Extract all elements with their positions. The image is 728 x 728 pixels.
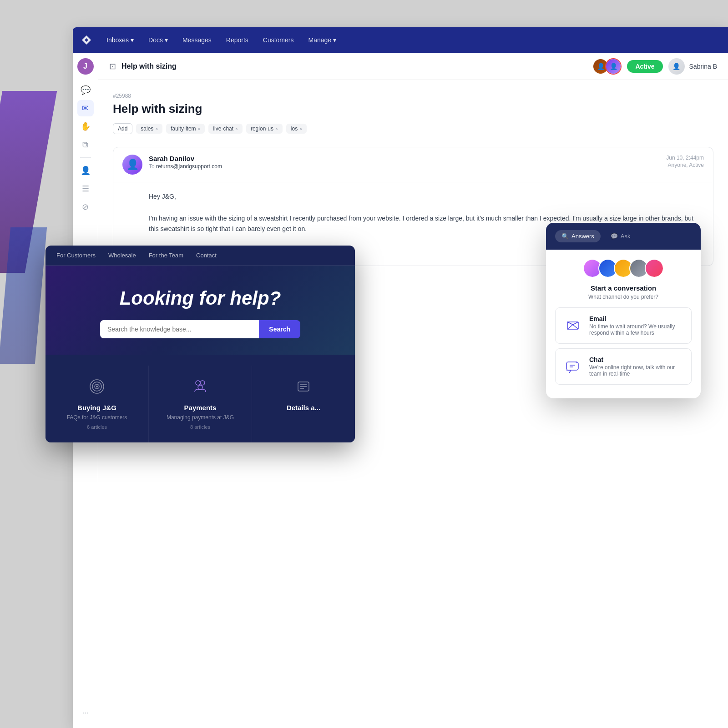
- svg-point-4: [196, 381, 200, 385]
- assigned-avatars: 👤 👤: [592, 58, 622, 75]
- message-header: 👤 Sarah Danilov To returns@jandgsupport.…: [113, 147, 713, 182]
- hc-title: Looking for help?: [56, 287, 344, 309]
- sidebar-item-person[interactable]: 👤: [77, 162, 94, 179]
- chat-start-title: Start a conversation: [555, 284, 692, 292]
- tag-faulty-item: faulty-item ×: [166, 124, 205, 134]
- chat-option-chat-name: Chat: [589, 356, 684, 363]
- svg-point-6: [198, 385, 202, 390]
- team-avatar-5: [645, 259, 664, 278]
- chat-option-email-name: Email: [589, 315, 684, 322]
- sidebar-toggle-icon[interactable]: ⊡: [109, 61, 116, 71]
- hc-hero-bg: [46, 266, 355, 355]
- current-user-avatar: 👤: [668, 58, 685, 75]
- add-tag-button[interactable]: Add: [113, 123, 132, 134]
- tags-row: Add sales × faulty-item × live-chat × r: [113, 123, 713, 134]
- sender-to: To returns@jandgsupport.com: [149, 163, 660, 170]
- conversation-subject: Help with sizing: [113, 102, 713, 116]
- conversation-title: Help with sizing: [121, 62, 592, 70]
- tag-sales: sales ×: [136, 124, 162, 134]
- avatar-2: 👤: [605, 58, 622, 75]
- svg-point-5: [200, 381, 205, 385]
- user-avatar[interactable]: J: [77, 58, 94, 75]
- chat-option-chat[interactable]: + Chat We're online right now, talk with…: [555, 348, 692, 385]
- help-center-overlay: For Customers Wholesale For the Team Con…: [46, 246, 355, 442]
- chat-icon: +: [563, 356, 583, 377]
- chat-option-chat-desc: We're online right now, talk with our te…: [589, 364, 684, 377]
- hc-search-button[interactable]: Search: [259, 320, 300, 338]
- hc-nav-wholesale[interactable]: Wholesale: [108, 252, 136, 259]
- hc-nav: For Customers Wholesale For the Team Con…: [46, 246, 355, 266]
- nav-inboxes[interactable]: Inboxes ▾: [100, 34, 140, 46]
- chat-option-email-info: Email No time to wait around? We usually…: [589, 315, 684, 336]
- svg-text:+: +: [576, 361, 578, 365]
- hc-nav-contact[interactable]: Contact: [196, 252, 217, 259]
- hc-cat-buying-articles: 6 articles: [55, 424, 139, 430]
- sidebar-item-copy[interactable]: ⧉: [77, 136, 94, 153]
- sidebar-more[interactable]: ···: [82, 709, 88, 723]
- hc-nav-customers[interactable]: For Customers: [56, 252, 96, 259]
- chat-widget-header: 🔍 Answers 💬 Ask: [546, 223, 701, 250]
- payments-icon: [158, 378, 243, 398]
- hc-search-input[interactable]: [100, 320, 259, 338]
- top-nav: Inboxes ▾ Docs ▾ Messages Reports Custom…: [73, 27, 728, 53]
- remove-tag-sales[interactable]: ×: [155, 126, 158, 131]
- hc-nav-team[interactable]: For the Team: [149, 252, 183, 259]
- hc-category-payments[interactable]: Payments Managing payments at J&G 8 arti…: [149, 366, 252, 442]
- hc-cat-buying-desc: FAQs for J&G customers: [55, 414, 139, 421]
- chat-widget-body: Start a conversation What channel do you…: [546, 250, 701, 398]
- hc-categories: Buying J&G FAQs for J&G customers 6 arti…: [46, 366, 355, 442]
- sidebar-item-list[interactable]: ☰: [77, 181, 94, 197]
- conversation-header: ⊡ Help with sizing 👤 👤 Active 👤 Sabrina …: [98, 53, 728, 80]
- hc-cat-payments-articles: 8 articles: [158, 424, 243, 430]
- nav-customers[interactable]: Customers: [257, 34, 300, 46]
- remove-tag-ios[interactable]: ×: [299, 126, 302, 131]
- hc-category-buying[interactable]: Buying J&G FAQs for J&G customers 6 arti…: [46, 366, 148, 442]
- sidebar-item-chat[interactable]: 💬: [77, 82, 94, 98]
- current-user-name: Sabrina B: [689, 63, 717, 70]
- sidebar-item-inbox[interactable]: ✉: [77, 100, 94, 116]
- chat-widget: 🔍 Answers 💬 Ask Star: [546, 223, 701, 398]
- tag-region-us: region-us ×: [246, 124, 283, 134]
- nav-reports[interactable]: Reports: [220, 34, 255, 46]
- message-time-col: Jun 10, 2:44pm Anyone, Active: [666, 155, 704, 168]
- message-meta: Sarah Danilov To returns@jandgsupport.co…: [149, 155, 660, 170]
- chat-team-avatars: [555, 259, 692, 278]
- current-user: 👤 Sabrina B: [668, 58, 717, 75]
- tag-live-chat: live-chat ×: [208, 124, 243, 134]
- sidebar-item-hand[interactable]: ✋: [77, 118, 94, 135]
- message-availability: Anyone, Active: [666, 162, 704, 168]
- hc-cat-payments-desc: Managing payments at J&G: [158, 414, 243, 421]
- nav-manage[interactable]: Manage ▾: [302, 34, 343, 46]
- hc-cat-buying-name: Buying J&G: [55, 404, 139, 412]
- chat-option-email[interactable]: Email No time to wait around? We usually…: [555, 307, 692, 344]
- message-time: Jun 10, 2:44pm: [666, 155, 704, 161]
- hc-cat-details-name: Details a...: [261, 404, 346, 412]
- sidebar-divider: [80, 157, 91, 158]
- tag-ios: ios ×: [286, 124, 307, 134]
- chat-option-email-desc: No time to wait around? We usually respo…: [589, 323, 684, 336]
- sender-avatar: 👤: [122, 155, 142, 175]
- buying-icon: [55, 378, 139, 398]
- chat-tab-ask[interactable]: 💬 Ask: [604, 230, 637, 242]
- svg-point-3: [96, 386, 98, 387]
- chat-tab-answers[interactable]: 🔍 Answers: [555, 230, 601, 242]
- status-badge[interactable]: Active: [627, 60, 662, 73]
- hc-search-row: Search: [100, 320, 300, 338]
- chat-start-subtitle: What channel do you prefer?: [555, 294, 692, 300]
- email-icon: [563, 316, 583, 336]
- remove-tag-live-chat[interactable]: ×: [235, 126, 238, 131]
- hc-cat-payments-name: Payments: [158, 404, 243, 412]
- sender-name: Sarah Danilov: [149, 155, 660, 162]
- details-icon: [261, 378, 346, 398]
- logo: [80, 34, 93, 46]
- conversation-id: #25988: [113, 93, 713, 99]
- nav-docs[interactable]: Docs ▾: [142, 34, 174, 46]
- remove-tag-region-us[interactable]: ×: [275, 126, 278, 131]
- hc-category-details[interactable]: Details a...: [252, 366, 355, 442]
- remove-tag-faulty-item[interactable]: ×: [198, 126, 201, 131]
- hc-hero: Looking for help? Search: [46, 266, 355, 355]
- nav-messages[interactable]: Messages: [176, 34, 218, 46]
- sidebar-item-block[interactable]: ⊘: [77, 199, 94, 215]
- chat-option-chat-info: Chat We're online right now, talk with o…: [589, 356, 684, 377]
